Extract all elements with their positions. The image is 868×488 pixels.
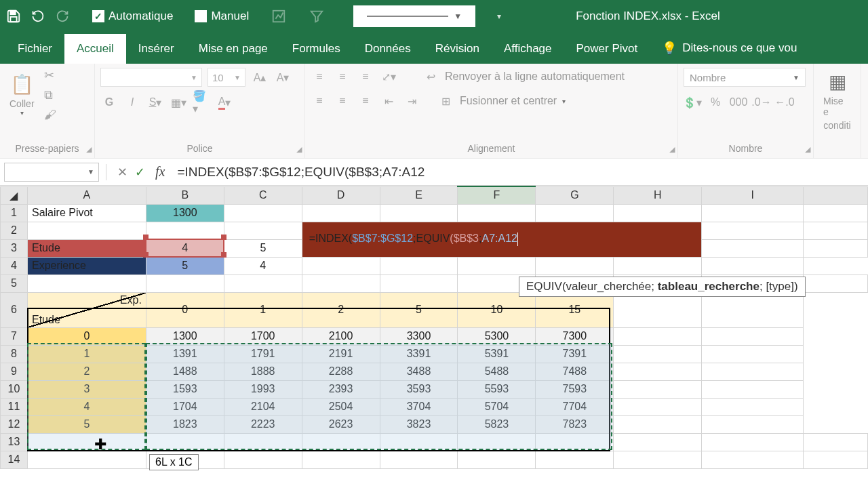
grid-table[interactable]: ◢ A B C D E F G H I 1 Salaire Pivot 1300… — [0, 186, 868, 469]
cell[interactable] — [146, 274, 224, 292]
cell[interactable] — [458, 433, 536, 451]
cell[interactable]: 4 — [224, 257, 302, 274]
cell[interactable] — [536, 257, 614, 274]
increase-decimal-icon[interactable]: .0→ — [753, 94, 770, 111]
cell[interactable]: 5823 — [458, 415, 536, 433]
tab-insert[interactable]: Insérer — [126, 34, 186, 64]
cell[interactable] — [614, 451, 702, 468]
align-left-icon[interactable]: ≡ — [311, 92, 328, 110]
cell[interactable] — [614, 415, 702, 433]
conditional-format-button[interactable]: ▦ Mise e conditi — [819, 68, 855, 134]
row-header[interactable]: 10 — [1, 380, 28, 398]
tab-view[interactable]: Affichage — [492, 34, 564, 64]
col-label-cell[interactable]: 15 — [536, 292, 614, 327]
currency-icon[interactable]: 💲▾ — [684, 94, 701, 111]
percent-icon[interactable]: % — [707, 94, 724, 111]
save-icon[interactable] — [5, 8, 22, 24]
tell-me[interactable]: 💡 Dites-nous ce que vou — [650, 33, 809, 64]
undo-icon[interactable] — [30, 8, 46, 24]
search-box[interactable]: ▼ — [353, 5, 475, 27]
row-label-cell[interactable]: 3 — [27, 380, 146, 398]
cell[interactable]: 5 — [224, 239, 302, 257]
cell[interactable] — [702, 327, 804, 345]
tab-powerpivot[interactable]: Power Pivot — [564, 34, 650, 64]
cell[interactable] — [380, 274, 458, 292]
formula-display-cell[interactable]: =INDEX($B$7:$G$12;EQUIV($B$3;A7:A12 — [302, 222, 702, 257]
cell[interactable]: Etude — [27, 239, 146, 257]
col-header[interactable] — [804, 186, 868, 204]
cell[interactable] — [614, 380, 702, 398]
decrease-decimal-icon[interactable]: ←.0 — [776, 94, 793, 111]
cell[interactable] — [614, 433, 702, 451]
cell[interactable]: 3391 — [380, 345, 458, 363]
row-header[interactable]: 12 — [1, 415, 28, 433]
row-header[interactable]: 14 — [1, 451, 28, 468]
cell[interactable]: 5 — [146, 257, 224, 274]
row-header[interactable]: 3 — [1, 239, 28, 257]
selection-handle[interactable] — [221, 252, 226, 258]
cell[interactable] — [804, 451, 868, 468]
align-top-icon[interactable]: ≡ — [311, 68, 328, 85]
cell[interactable] — [380, 451, 458, 468]
selection-handle[interactable] — [143, 252, 149, 258]
cell[interactable] — [27, 274, 146, 292]
cell[interactable] — [614, 204, 702, 222]
cell[interactable]: 7593 — [536, 380, 614, 398]
name-box[interactable]: ▼ — [4, 163, 99, 182]
cell[interactable] — [27, 222, 146, 239]
filter-icon[interactable] — [309, 8, 325, 24]
cell[interactable] — [224, 204, 302, 222]
col-header[interactable]: B — [146, 186, 224, 204]
cell[interactable]: Salaire Pivot — [27, 204, 146, 222]
tab-formulas[interactable]: Formules — [280, 34, 353, 64]
cell[interactable] — [702, 239, 804, 257]
diagonal-header-cell[interactable]: Exp. Etude — [27, 292, 146, 327]
cell[interactable] — [458, 257, 536, 274]
tab-layout[interactable]: Mise en page — [186, 34, 280, 64]
cell[interactable]: 7704 — [536, 398, 614, 415]
tab-review[interactable]: Révision — [423, 34, 492, 64]
cell[interactable] — [702, 398, 804, 415]
dialog-launcher-icon[interactable]: ◢ — [296, 145, 302, 154]
bold-icon[interactable]: G — [100, 94, 118, 111]
row-label-cell[interactable]: 0 — [27, 327, 146, 345]
col-header[interactable]: C — [224, 186, 302, 204]
cell[interactable] — [224, 451, 302, 468]
dialog-launcher-icon[interactable]: ◢ — [805, 145, 810, 154]
cell[interactable] — [702, 345, 804, 363]
selection-handle[interactable] — [221, 235, 226, 240]
paste-button[interactable]: 📋 Coller ▾ — [5, 70, 39, 119]
cell[interactable] — [804, 274, 868, 292]
cell[interactable] — [614, 257, 702, 274]
cell[interactable] — [702, 433, 804, 451]
cell[interactable]: 5300 — [458, 327, 536, 345]
cell[interactable] — [614, 363, 702, 380]
cell[interactable] — [302, 433, 380, 451]
cell[interactable] — [302, 204, 380, 222]
cell[interactable] — [702, 363, 804, 380]
cell[interactable]: 3704 — [380, 398, 458, 415]
cell[interactable] — [614, 345, 702, 363]
cell[interactable]: 2504 — [302, 398, 380, 415]
col-header[interactable]: D — [302, 186, 380, 204]
number-format-select[interactable]: Nombre▼ — [684, 68, 806, 87]
cell[interactable] — [27, 433, 146, 451]
row-header[interactable]: 7 — [1, 327, 28, 345]
cell[interactable] — [614, 327, 702, 345]
cell[interactable]: 1823 — [146, 415, 224, 433]
cell[interactable]: 5593 — [458, 380, 536, 398]
align-middle-icon[interactable]: ≡ — [334, 68, 351, 85]
format-painter-icon[interactable]: 🖌 — [44, 108, 56, 122]
cell[interactable]: 7391 — [536, 345, 614, 363]
row-header[interactable]: 9 — [1, 363, 28, 380]
cell[interactable]: 1888 — [224, 363, 302, 380]
cell[interactable]: 1791 — [224, 345, 302, 363]
cell[interactable] — [804, 222, 868, 239]
row-header[interactable]: 6 — [1, 292, 28, 327]
wrap-text-label[interactable]: Renvoyer à la ligne automatiquement — [445, 70, 625, 83]
col-header[interactable]: F — [458, 186, 536, 204]
cell[interactable] — [458, 451, 536, 468]
chart-icon[interactable] — [271, 8, 287, 24]
align-bottom-icon[interactable]: ≡ — [357, 68, 374, 85]
accept-icon[interactable]: ✓ — [131, 165, 149, 180]
